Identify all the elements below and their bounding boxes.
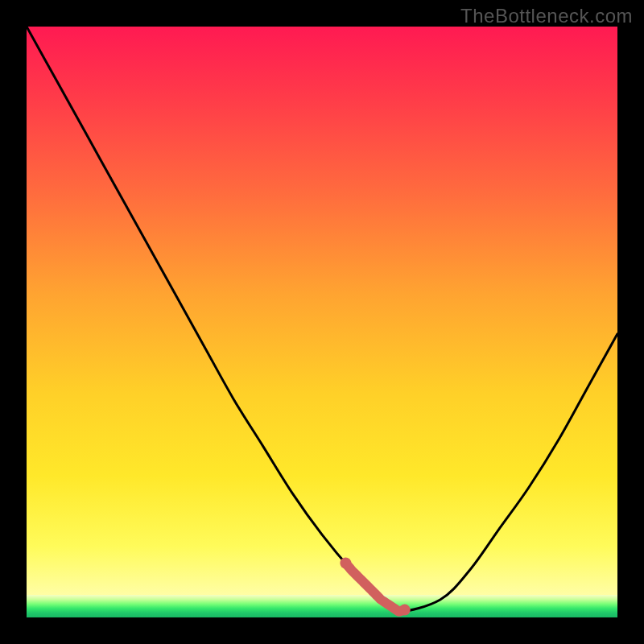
curve-layer: [27, 27, 617, 617]
highlight-start-dot: [340, 558, 351, 569]
watermark-text: TheBottleneck.com: [460, 5, 633, 27]
plot-area: [27, 27, 617, 617]
bottleneck-curve: [27, 27, 617, 612]
chart-frame: TheBottleneck.com: [0, 0, 644, 644]
green-band: [27, 595, 617, 617]
